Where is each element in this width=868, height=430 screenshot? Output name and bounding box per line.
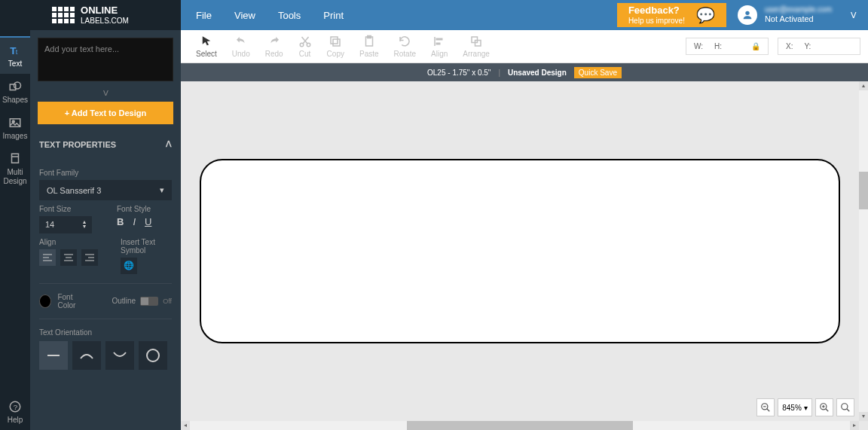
zoom-out-button[interactable] [756,398,775,416]
svg-point-4 [14,82,21,89]
underline-button[interactable]: U [145,216,151,227]
orient-label: Text Orientation [39,328,172,337]
outline-state: Off [163,297,172,305]
expand-text-icon[interactable]: ᐯ [30,89,181,97]
user-email: user@example.com [765,5,832,14]
chevron-down-icon: ᐯ [851,11,857,20]
align-left-button[interactable] [39,249,56,266]
svg-rect-24 [333,39,340,46]
svg-rect-27 [368,36,371,38]
user-menu[interactable]: user@example.com Not Activated ᐯ [726,5,868,25]
orient-circle-button[interactable] [139,341,167,370]
insert-symbol-button[interactable]: 🌐 [121,258,137,274]
text-content-input[interactable]: Add your text here... [38,38,173,81]
font-size-input[interactable]: 14 ▴▾ [39,216,92,233]
font-family-label: Font Family [39,169,172,177]
scroll-down-icon[interactable]: ▾ [859,412,868,421]
svg-rect-29 [436,38,443,41]
italic-button[interactable]: I [133,216,136,227]
zoom-in-button[interactable] [815,398,833,416]
horizontal-scrollbar[interactable]: ◂ ▸ [181,421,859,430]
svg-rect-7 [12,154,19,163]
svg-point-21 [147,349,159,361]
add-text-button[interactable]: + Add Text to Design [38,102,173,124]
outline-label: Outline [112,297,136,305]
orient-arch-up-button[interactable] [72,341,101,370]
svg-text:?: ? [14,403,18,411]
menu-tools[interactable]: Tools [278,10,301,21]
vertical-scrollbar[interactable]: ▴ ▾ [859,81,868,421]
tool-redo[interactable]: Redo [258,35,291,58]
symbol-label: Insert Text Symbol [121,238,172,255]
bold-button[interactable]: B [117,216,124,227]
menu-view[interactable]: View [234,10,255,21]
font-style-label: Font Style [117,205,172,213]
avatar-icon [738,5,757,25]
menu-print[interactable]: Print [323,10,344,21]
svg-point-40 [842,404,848,410]
svg-rect-30 [436,43,441,45]
svg-line-37 [826,409,829,412]
design-name: Unsaved Design [508,69,567,77]
tool-arrange[interactable]: Arrange [455,35,497,58]
nav-shapes[interactable]: Shapes [0,74,30,110]
quick-save-button[interactable]: Quick Save [574,67,622,78]
dimensions-wh: W:H:🔒 [686,38,769,55]
tool-undo[interactable]: Undo [225,35,258,58]
svg-point-0 [745,11,749,15]
font-color-label: Font Color [57,293,89,310]
align-right-button[interactable] [81,249,98,266]
dimensions-xy: X:Y: [778,38,860,55]
label-canvas[interactable] [200,159,840,343]
nav-multi-design[interactable]: Multi Design [0,146,30,191]
scroll-right-icon[interactable]: ▸ [850,421,859,430]
align-center-button[interactable] [60,249,77,266]
font-family-select[interactable]: OL Sansserif 3 ▾ [39,180,172,200]
align-label: Align [39,238,98,246]
product-label: OL25 - 1.75" x 0.5" [427,69,491,77]
font-size-label: Font Size [39,205,94,213]
nav-help[interactable]: ? Help [0,394,30,430]
tool-align[interactable]: Align [423,35,455,58]
scroll-up-icon[interactable]: ▴ [859,81,868,90]
menu-file[interactable]: File [196,10,212,21]
feedback-title: Feedback? [628,5,685,16]
feedback-sub: Help us improve! [628,17,685,25]
tool-rotate[interactable]: Rotate [387,35,423,58]
stepper-icon[interactable]: ▴▾ [83,220,86,230]
zoom-fit-button[interactable] [836,398,854,416]
scroll-left-icon[interactable]: ◂ [181,421,190,430]
svg-line-34 [767,409,770,412]
svg-text:t: t [16,48,18,56]
tool-select[interactable]: Select [188,35,225,58]
outline-toggle[interactable] [140,297,158,306]
collapse-icon[interactable]: ᐱ [166,139,172,149]
brand-logo[interactable]: ONLINELABELS.COM [0,0,181,30]
svg-rect-25 [331,37,338,44]
orient-arch-down-button[interactable] [105,341,134,370]
tool-copy[interactable]: Copy [319,35,352,58]
chevron-down-icon: ▾ [160,185,164,195]
nav-text[interactable]: Tt Text [0,36,30,74]
tool-cut[interactable]: Cut [291,35,319,58]
feedback-button[interactable]: Feedback? Help us improve! 💬 [617,3,726,27]
zoom-level-select[interactable]: 845%▾ [778,398,812,416]
orient-straight-button[interactable] [39,341,68,370]
props-title: TEXT PROPERTIES [39,140,116,149]
user-status: Not Activated [765,14,832,24]
svg-line-41 [847,409,850,412]
nav-images[interactable]: Images [0,110,30,146]
font-color-swatch[interactable] [39,294,51,308]
chat-icon: 💬 [696,6,715,24]
tool-paste[interactable]: Paste [352,35,387,58]
